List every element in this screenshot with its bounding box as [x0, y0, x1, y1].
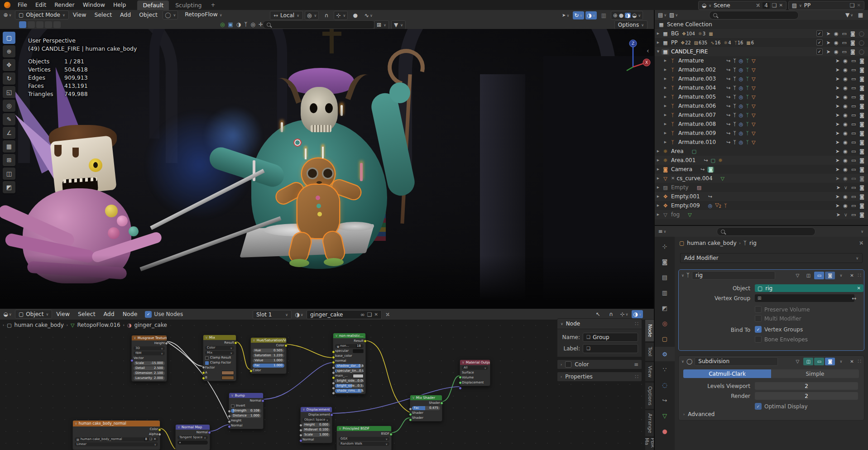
disable-render-icon[interactable]: ◙: [859, 139, 864, 145]
outliner-row-empty[interactable]: ▶ ▨ Empty ▨ ➤∨▭◙: [655, 183, 868, 192]
normal-map-space-dropdown[interactable]: Tangent Space∨: [177, 436, 208, 440]
show-in-render-toggle[interactable]: ◙: [825, 358, 835, 365]
outliner-row-armature[interactable]: ▶ ᛉ Armature.003 ↪ ᛉ ◎ ᛉ ▽ ➤◉▭◙: [655, 74, 868, 83]
shader-menu-item[interactable]: View: [52, 309, 74, 319]
tab-constraints[interactable]: ↪: [655, 393, 675, 407]
delete-scene-icon[interactable]: ✕: [779, 3, 783, 8]
tab-physics[interactable]: ◌: [655, 378, 675, 392]
musgrave-type-dropdown[interactable]: fBM∨: [134, 351, 165, 355]
material-slot-dropdown[interactable]: Slot 1∨: [253, 310, 292, 319]
disable-render-icon[interactable]: ◙: [859, 103, 864, 109]
select-mode-extend-button[interactable]: [28, 21, 35, 28]
node-value-field[interactable]: Dimension2.100: [134, 371, 165, 375]
clear-object-icon[interactable]: ✕: [857, 286, 861, 291]
tab-view-layer[interactable]: ▥: [655, 285, 675, 300]
expand-icon[interactable]: ▶: [662, 122, 669, 126]
disable-render-icon[interactable]: ◙: [859, 112, 864, 118]
node-bump[interactable]: ∨Bump Normal Invert Strength0.108 Distan…: [229, 393, 264, 429]
expand-icon[interactable]: ▶: [655, 32, 662, 35]
node-properties-panel[interactable]: › Properties ∷: [557, 372, 642, 382]
image-users-count[interactable]: 8: [144, 437, 148, 441]
hide-icon[interactable]: ◉: [843, 94, 848, 100]
outliner-row-armature[interactable]: ▶ ᛉ Armature.007 ↪ ᛉ ◎ ᛉ ▽ ➤◉▭◙: [655, 110, 868, 120]
outliner-row-cs-curve[interactable]: ▶ ▽ ✕ cs_curve.004 ▽ ➤◉▭◙: [655, 174, 868, 183]
tool-rotate[interactable]: ↻: [3, 72, 15, 85]
drag-handle-icon[interactable]: ∷: [858, 272, 861, 278]
node-editor-canvas[interactable]: › ▢ human cake_body › ▽ RetopoFlow.016 ›…: [0, 320, 645, 450]
viewport-canvas[interactable]: User Perspective (49) CANDLE_FIRE | huma…: [0, 29, 654, 309]
tab-options[interactable]: Options: [645, 382, 655, 409]
tab-object[interactable]: ▢: [655, 331, 675, 346]
breadcrumb-material[interactable]: ginger_cake: [134, 322, 167, 328]
outliner-display-mode-dropdown[interactable]: ▤∨: [657, 11, 668, 19]
disable-viewport-icon[interactable]: ▭: [851, 85, 856, 91]
modifier-extras-dropdown[interactable]: ∨: [836, 358, 846, 365]
node-principled-bsdf[interactable]: ∨Principled BSDF BSDF GGX∨ Random Walk∨: [336, 426, 392, 450]
disable-viewport-icon[interactable]: ▭: [851, 103, 856, 109]
shading-wireframe-icon[interactable]: ⊕: [613, 13, 618, 18]
mix-color-a-swatch[interactable]: [221, 371, 234, 375]
breadcrumb-mesh[interactable]: RetopoFlow.016: [77, 322, 120, 328]
tool-measure[interactable]: ∠: [3, 127, 15, 139]
tool-annotate[interactable]: ✎: [3, 113, 15, 125]
expand-icon[interactable]: ▶: [662, 104, 669, 108]
frame-icon[interactable]: ▣: [228, 22, 233, 27]
viewport-menu-item[interactable]: Object: [135, 10, 162, 20]
breadcrumb-object[interactable]: human cake_body: [14, 322, 64, 328]
properties-search-input[interactable]: [717, 227, 815, 236]
tab-particles[interactable]: ∵: [655, 362, 675, 377]
node-image-texture[interactable]: ∨human cake_body_normal Color Alpha ▨hum…: [72, 420, 160, 450]
shader-menu-item[interactable]: Add: [100, 309, 119, 319]
node-panel-header[interactable]: ∨Node ∷: [557, 318, 642, 329]
show-in-render-toggle[interactable]: ◙: [825, 272, 835, 279]
tool-extra-1[interactable]: ⊞: [3, 154, 15, 166]
levels-viewport-field[interactable]: 2: [755, 382, 858, 390]
outliner-row-empty001[interactable]: ▶ ✥ Empty.001 ↪ ➤◉▭◙: [655, 192, 868, 201]
selectable-icon[interactable]: ➤: [835, 139, 839, 145]
node-value-field[interactable]: Midlevel0.100: [302, 428, 330, 432]
snap-target-dropdown[interactable]: ⊹∨: [619, 310, 630, 318]
blender-logo-icon[interactable]: [4, 2, 10, 8]
link-icon[interactable]: ∞: [360, 312, 365, 317]
node-group-nonrealistic-shader[interactable]: ∨non-realistic shad... Result ◒non...18 …: [333, 333, 366, 394]
go-to-parent-node-button[interactable]: ↖: [592, 310, 604, 318]
disable-viewport-icon[interactable]: ▭: [851, 94, 856, 100]
editor-type-button[interactable]: ⊕∨: [2, 11, 13, 19]
hide-icon[interactable]: ◉: [843, 130, 848, 136]
viewport-menu-item[interactable]: Select: [90, 10, 116, 20]
modifier-name-field[interactable]: rig: [692, 271, 775, 280]
multi-modifier-checkbox[interactable]: Multi Modifier: [755, 315, 801, 322]
node-color-checkbox[interactable]: [565, 361, 571, 368]
modifier-panel-rig[interactable]: ∨ ᛉ rig ▽ ◫ ▭ ◙ ∨ ✕ ∷ Object ▢ rig ✕ Ver…: [678, 269, 864, 351]
outliner-row-armature[interactable]: ▶ ᛉ Armature.010 ↪ ᛉ ◎ ᛉ ▽ ➤◉▭◙: [655, 138, 868, 147]
group-input-slider[interactable]: shadow_dar...0.893: [335, 364, 364, 368]
bind-bone-envelopes-checkbox[interactable]: Bone Envelopes: [755, 336, 808, 343]
collapse-icon[interactable]: ∨: [681, 273, 684, 278]
topbar-menu-item[interactable]: Render: [50, 0, 79, 10]
node-value-field[interactable]: Detail2.500: [134, 366, 165, 370]
add-workspace-button[interactable]: +: [208, 0, 218, 10]
tool-cursor[interactable]: ⊕: [3, 45, 15, 57]
show-in-viewport-toggle[interactable]: ▭: [814, 272, 824, 279]
overlays-toggle[interactable]: ◑∨: [585, 11, 597, 19]
expand-icon[interactable]: ▶: [655, 41, 662, 44]
scene-selector[interactable]: ◒ ∨ Scene ✛ 4 ❏ ✕: [698, 1, 786, 10]
bind-vertex-groups-checkbox[interactable]: ✓Vertex Groups: [755, 326, 803, 333]
tool-scale[interactable]: ◱: [3, 86, 15, 98]
topbar-menu-item[interactable]: Edit: [31, 0, 50, 10]
preserve-volume-checkbox[interactable]: Preserve Volume: [755, 306, 810, 313]
snap-target-dropdown[interactable]: ⊹∨: [334, 11, 348, 20]
outliner-row-armature[interactable]: ▶ ᛉ Armature.004 ↪ ᛉ ◎ ᛉ ▽ ➤◉▭◙: [655, 83, 868, 92]
node-material-output[interactable]: ∨Material Output All∨ SurfaceVolumeDispl…: [460, 359, 490, 386]
disable-render-icon[interactable]: ◙: [859, 121, 864, 127]
select-mode-invert-button[interactable]: [45, 21, 52, 28]
outliner-row-armature[interactable]: ▶ ᛉ Armature.002 ↪ ᛉ ◎ ᛉ ▽ ➤◉▭◙: [655, 65, 868, 74]
tab-world[interactable]: ◎: [655, 316, 675, 330]
output-target-dropdown[interactable]: All∨: [462, 366, 488, 370]
pin-icon[interactable]: ✛: [754, 2, 761, 9]
outliner-row-fog[interactable]: ▶ ▽ fog ▽ ➤∨▭◙: [655, 210, 868, 219]
scene-gingerbread[interactable]: [278, 157, 358, 272]
disable-viewport-icon[interactable]: ▭: [851, 112, 856, 118]
node-value-field[interactable]: Scale-15.000: [134, 361, 165, 365]
holdout-icon[interactable]: ◯: [859, 31, 864, 37]
